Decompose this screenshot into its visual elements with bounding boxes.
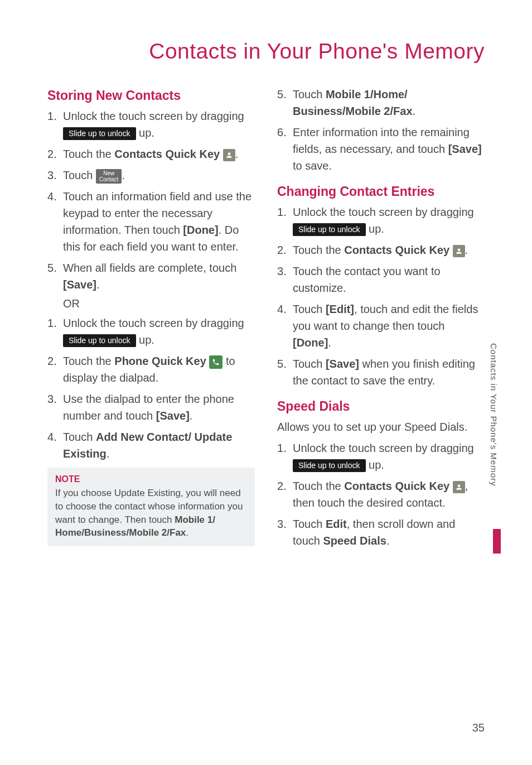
text-bold: [Done] bbox=[183, 224, 218, 236]
heading-changing: Changing Contact Entries bbox=[277, 184, 485, 199]
text: Touch bbox=[293, 303, 326, 315]
changing-step-4: Touch [Edit], touch and edit the fields … bbox=[277, 301, 485, 351]
note-box: NOTE If you choose Update Existing, you … bbox=[47, 468, 255, 546]
text-bold: Speed Dials bbox=[323, 535, 386, 547]
text: up. bbox=[366, 459, 384, 471]
text: Touch the bbox=[293, 244, 344, 256]
text-bold: Phone Quick Key bbox=[114, 355, 206, 367]
text-bold: [Edit] bbox=[326, 303, 354, 315]
content-columns: Storing New Contacts Unlock the touch sc… bbox=[0, 80, 532, 554]
text-bold: [Save] bbox=[63, 278, 96, 291]
text-bold: Contacts Quick Key bbox=[344, 244, 453, 256]
changing-step-3: Touch the contact you want to customize. bbox=[277, 263, 485, 296]
note-body: If you choose Update Existing, you will … bbox=[55, 487, 247, 540]
storing-step-4: Touch an information field and use the k… bbox=[47, 188, 255, 255]
text: Touch the bbox=[63, 355, 114, 367]
storing-list-a: Unlock the touch screen by dragging Slid… bbox=[47, 108, 255, 293]
speed-dials-intro: Allows you to set up your Speed Dials. bbox=[277, 418, 485, 435]
text: Unlock the touch screen by dragging bbox=[293, 206, 474, 218]
heading-storing: Storing New Contacts bbox=[47, 88, 255, 103]
storing-step-1: Unlock the touch screen by dragging Slid… bbox=[47, 108, 255, 141]
left-column: Storing New Contacts Unlock the touch sc… bbox=[47, 86, 255, 554]
alt-step-4: Touch Add New Contact/ Update Existing. bbox=[47, 429, 255, 462]
text-bold: [Save] bbox=[448, 143, 482, 155]
storing-step-6: Enter information into the remaining fie… bbox=[277, 124, 485, 174]
alt-step-3: Use the dialpad to enter the phone numbe… bbox=[47, 391, 255, 424]
side-tab-marker bbox=[493, 529, 501, 554]
alt-step-1: Unlock the touch screen by dragging Slid… bbox=[47, 315, 255, 348]
text: Touch the bbox=[293, 480, 344, 492]
text: up. bbox=[136, 334, 154, 346]
text: to save. bbox=[293, 160, 332, 172]
text-bold: Contacts Quick Key bbox=[344, 480, 453, 492]
slide-unlock-button: Slide up to unlock bbox=[293, 223, 366, 236]
storing-list-b: Unlock the touch screen by dragging Slid… bbox=[47, 315, 255, 462]
slide-unlock-button: Slide up to unlock bbox=[293, 459, 366, 472]
speed-dials-list: Unlock the touch screen by dragging Slid… bbox=[277, 440, 485, 549]
text: . bbox=[235, 148, 239, 160]
storing-step-2: Touch the Contacts Quick Key . bbox=[47, 146, 255, 162]
slide-unlock-button: Slide up to unlock bbox=[63, 334, 136, 347]
sd-step-3: Touch Edit, then scroll down and touch S… bbox=[277, 516, 485, 549]
right-column: Touch Mobile 1/Home/ Business/Mobile 2/F… bbox=[277, 86, 485, 554]
storing-step-5: When all fields are complete, touch [Sav… bbox=[47, 259, 255, 293]
contact-icon bbox=[223, 149, 235, 161]
phone-icon bbox=[209, 355, 223, 369]
page-number: 35 bbox=[472, 721, 485, 734]
sd-step-1: Unlock the touch screen by dragging Slid… bbox=[277, 440, 485, 473]
text: . bbox=[328, 336, 331, 349]
text-bold: Edit bbox=[326, 518, 347, 530]
contact-icon bbox=[453, 481, 465, 493]
text: Contact bbox=[99, 176, 118, 182]
text: up. bbox=[136, 127, 154, 139]
text: . bbox=[96, 278, 100, 291]
text-bold: [Save] bbox=[326, 358, 359, 370]
text: Touch bbox=[63, 431, 96, 443]
storing-step-3: Touch NewContact. bbox=[47, 167, 255, 184]
text: . bbox=[190, 410, 193, 422]
changing-step-5: Touch [Save] when you finish editing the… bbox=[277, 355, 485, 389]
storing-step-5b: Touch Mobile 1/Home/ Business/Mobile 2/F… bbox=[277, 86, 485, 119]
text: Use the dialpad to enter the phone numbe… bbox=[63, 393, 234, 422]
heading-speed-dials: Speed Dials bbox=[277, 399, 485, 414]
text: . bbox=[107, 448, 110, 460]
text: New bbox=[103, 170, 114, 176]
text: Unlock the touch screen by dragging bbox=[63, 317, 244, 329]
page-title: Contacts in Your Phone's Memory bbox=[0, 0, 532, 80]
text: . bbox=[413, 105, 416, 117]
storing-continued: Touch Mobile 1/Home/ Business/Mobile 2/F… bbox=[277, 86, 485, 174]
changing-step-2: Touch the Contacts Quick Key . bbox=[277, 242, 485, 258]
text: . bbox=[465, 244, 468, 256]
contact-icon bbox=[453, 245, 465, 257]
text: Enter information into the remaining fie… bbox=[293, 126, 470, 155]
text: Touch bbox=[293, 88, 326, 100]
text: Touch the bbox=[63, 148, 114, 160]
text: Touch bbox=[293, 358, 326, 370]
note-title: NOTE bbox=[55, 474, 247, 484]
text: Touch bbox=[63, 169, 96, 181]
sd-step-2: Touch the Contacts Quick Key , then touc… bbox=[277, 478, 485, 511]
text-bold: [Done] bbox=[293, 336, 328, 349]
changing-step-1: Unlock the touch screen by dragging Slid… bbox=[277, 204, 485, 237]
side-tab-label: Contacts in Your Phone's Memory bbox=[489, 343, 499, 486]
text-bold: [Save] bbox=[156, 410, 190, 422]
text: Unlock the touch screen by dragging bbox=[293, 442, 474, 454]
text-bold: Contacts Quick Key bbox=[114, 148, 223, 160]
or-separator: OR bbox=[47, 297, 255, 310]
text: . bbox=[386, 535, 390, 547]
changing-list: Unlock the touch screen by dragging Slid… bbox=[277, 204, 485, 389]
text: . bbox=[122, 169, 125, 181]
text: . bbox=[186, 527, 188, 538]
new-contact-button: NewContact bbox=[96, 169, 122, 184]
alt-step-2: Touch the Phone Quick Key to display the… bbox=[47, 353, 255, 386]
text: Unlock the touch screen by dragging bbox=[63, 110, 244, 122]
slide-unlock-button: Slide up to unlock bbox=[63, 127, 136, 140]
text: Touch bbox=[293, 518, 326, 530]
text: When all fields are complete, touch bbox=[63, 262, 236, 274]
text: up. bbox=[366, 223, 384, 235]
